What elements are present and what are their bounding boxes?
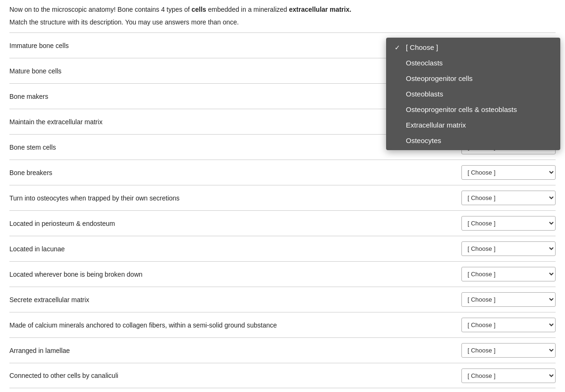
dropdown-item-label: Osteoprogenitor cells & osteoblasts xyxy=(406,105,517,113)
question-row: Located in periosteum & endosteum[ Choos… xyxy=(9,210,556,236)
select-wrapper-connected-canaliculi: [ Choose ]OsteoclastsOsteoprogenitor cel… xyxy=(461,368,556,383)
choose-select-located-broken-down[interactable]: [ Choose ]OsteoclastsOsteoprogenitor cel… xyxy=(461,267,556,281)
question-label-secrete-extracellular-matrix: Secrete extracellular matrix xyxy=(9,296,461,304)
question-label-located-broken-down: Located wherever bone is being broken do… xyxy=(9,271,461,278)
dropdown-item-label: Osteoclasts xyxy=(406,59,443,67)
question-row: Bone breakers[ Choose ]OsteoclastsOsteop… xyxy=(9,160,556,185)
dropdown-item-label: Osteoblasts xyxy=(406,90,443,98)
select-wrapper-located-broken-down: [ Choose ]OsteoclastsOsteoprogenitor cel… xyxy=(461,267,556,281)
intro-paragraph: Now on to the microscopic anatomy! Bone … xyxy=(9,5,556,15)
select-wrapper-made-of-calcium: [ Choose ]OsteoclastsOsteoprogenitor cel… xyxy=(461,318,556,332)
select-wrapper-located-periosteum-endosteum: [ Choose ]OsteoclastsOsteoprogenitor cel… xyxy=(461,216,556,231)
match-instruction-italic: You may use answers more than once. xyxy=(125,18,239,26)
question-row: Secrete extracellular matrix[ Choose ]Os… xyxy=(9,287,556,312)
dropdown-item-label: [ Choose ] xyxy=(406,43,438,51)
dropdown-item-label: Osteocytes xyxy=(406,136,441,144)
question-row: Arranged in lamellae[ Choose ]Osteoclast… xyxy=(9,337,556,363)
select-wrapper-turn-into-osteocytes: [ Choose ]OsteoclastsOsteoprogenitor cel… xyxy=(461,191,556,205)
intro-ecm-bold: extracellular matrix. xyxy=(289,6,351,13)
question-row: Turn into osteocytes when trapped by the… xyxy=(9,185,556,210)
question-label-arranged-in-lamellae: Arranged in lamellae xyxy=(9,347,461,354)
choose-select-connected-canaliculi[interactable]: [ Choose ]OsteoclastsOsteoprogenitor cel… xyxy=(461,368,556,383)
question-label-located-periosteum-endosteum: Located in periosteum & endosteum xyxy=(9,220,461,227)
question-label-located-lacunae: Located in lacunae xyxy=(9,245,461,253)
question-row: Made of calcium minerals anchored to col… xyxy=(9,312,556,337)
select-wrapper-bone-breakers: [ Choose ]OsteoclastsOsteoprogenitor cel… xyxy=(461,165,556,180)
question-label-turn-into-osteocytes: Turn into osteocytes when trapped by the… xyxy=(9,194,461,202)
dropdown-item-label: Extracellular matrix xyxy=(406,121,466,129)
dropdown-item-0[interactable]: ✓[ Choose ] xyxy=(386,40,560,55)
choose-select-turn-into-osteocytes[interactable]: [ Choose ]OsteoclastsOsteoprogenitor cel… xyxy=(461,191,556,205)
choose-select-located-periosteum-endosteum[interactable]: [ Choose ]OsteoclastsOsteoprogenitor cel… xyxy=(461,216,556,231)
intro-cells-bold: cells xyxy=(192,6,206,13)
dropdown-item-5[interactable]: Extracellular matrix xyxy=(386,117,560,133)
choose-select-secrete-extracellular-matrix[interactable]: [ Choose ]OsteoclastsOsteoprogenitor cel… xyxy=(461,292,556,307)
dropdown-item-1[interactable]: Osteoclasts xyxy=(386,55,560,71)
question-label-connected-canaliculi: Connected to other cells by canaliculi xyxy=(9,372,461,379)
question-row: Located wherever bone is being broken do… xyxy=(9,261,556,287)
intro-prefix: Now on to the microscopic anatomy! Bone … xyxy=(9,6,192,13)
question-label-bone-breakers: Bone breakers xyxy=(9,169,461,176)
question-row: Located in lacunae[ Choose ]OsteoclastsO… xyxy=(9,236,556,261)
dropdown-item-6[interactable]: Osteocytes xyxy=(386,133,560,148)
dropdown-item-2[interactable]: Osteoprogenitor cells xyxy=(386,71,560,86)
choose-select-arranged-in-lamellae[interactable]: [ Choose ]OsteoclastsOsteoprogenitor cel… xyxy=(461,343,556,358)
choose-select-made-of-calcium[interactable]: [ Choose ]OsteoclastsOsteoprogenitor cel… xyxy=(461,318,556,332)
select-wrapper-arranged-in-lamellae: [ Choose ]OsteoclastsOsteoprogenitor cel… xyxy=(461,343,556,358)
dropdown-item-4[interactable]: Osteoprogenitor cells & osteoblasts xyxy=(386,102,560,117)
question-label-made-of-calcium: Made of calcium minerals anchored to col… xyxy=(9,321,461,329)
question-row: Connected to other cells by canaliculi[ … xyxy=(9,363,556,388)
choose-select-located-lacunae[interactable]: [ Choose ]OsteoclastsOsteoprogenitor cel… xyxy=(461,241,556,256)
checkmark-icon: ✓ xyxy=(395,44,402,51)
choose-select-bone-breakers[interactable]: [ Choose ]OsteoclastsOsteoprogenitor cel… xyxy=(461,165,556,180)
select-wrapper-located-lacunae: [ Choose ]OsteoclastsOsteoprogenitor cel… xyxy=(461,241,556,256)
dropdown-overlay[interactable]: ✓[ Choose ]OsteoclastsOsteoprogenitor ce… xyxy=(386,38,560,150)
match-instruction-bold: Match the structure with its description… xyxy=(9,18,123,26)
select-wrapper-secrete-extracellular-matrix: [ Choose ]OsteoclastsOsteoprogenitor cel… xyxy=(461,292,556,307)
match-instruction: Match the structure with its description… xyxy=(9,18,556,26)
intro-middle: embedded in a mineralized xyxy=(206,6,289,13)
dropdown-item-label: Osteoprogenitor cells xyxy=(406,74,473,82)
dropdown-item-3[interactable]: Osteoblasts xyxy=(386,86,560,102)
